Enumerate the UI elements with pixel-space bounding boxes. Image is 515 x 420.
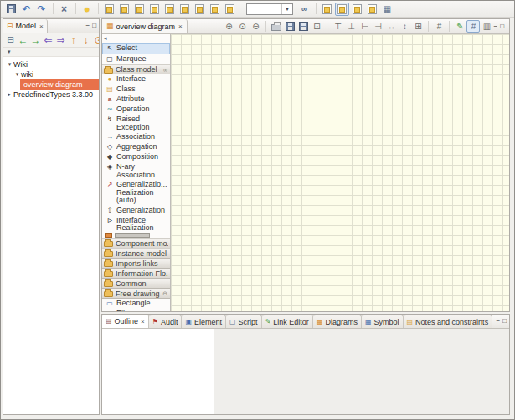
minimize-icon[interactable]: − [85,23,90,29]
palette-tool-class[interactable]: ▤ Class [102,85,170,95]
perspective-button-2[interactable] [335,3,349,16]
palette-tool-association[interactable]: → Association [102,132,170,142]
tab-symbol[interactable]: ▦ Symbol [362,315,404,328]
palette-tool-raised-exception[interactable]: ↯ Raised Exception [102,115,170,132]
tab-model[interactable]: ⊟ Model × [3,19,48,33]
palette-tool-marquee[interactable]: ▢ Marquee [102,54,170,64]
palette-section-class-model[interactable]: Class model ∞ [102,64,170,74]
palette-collapse-icon[interactable]: ◂ [104,35,107,42]
print-button[interactable] [270,20,283,33]
create-diagram-button-5[interactable] [162,3,177,16]
combo-dropdown-icon[interactable]: ▾ [281,4,292,14]
zoom-original-button[interactable]: ⊙ [235,20,249,33]
undo-button[interactable]: ↶ [19,3,33,16]
tab-notes[interactable]: ▤ Notes and constraints [404,315,493,328]
palette-section-common[interactable]: Common [102,279,170,289]
tab-diagrams[interactable]: ▦ Diagrams [313,315,362,328]
collapse-all-button[interactable]: ⊟ [4,34,17,47]
align-right-button[interactable]: ⊣ [371,20,384,33]
palette-tool-rectangle[interactable]: ▭ Rectangle [102,299,170,309]
search-combo[interactable]: ▾ [246,3,293,15]
export-image-button[interactable] [296,20,310,33]
palette-tool-ellipse[interactable]: ○ Ellipse [102,309,170,312]
create-diagram-button-6[interactable] [178,3,192,16]
tip-of-the-day-button[interactable]: ● [80,3,94,16]
palette-tool-aggregation[interactable]: ◇ Aggregation [102,142,170,152]
tree-item-wiki-package[interactable]: ▾ wiki [3,69,99,79]
maximize-icon[interactable]: □ [502,318,507,325]
pin-icon[interactable]: ∞ [163,67,168,73]
close-icon[interactable]: × [178,23,183,30]
tab-element[interactable]: ▣ Element [182,315,226,328]
palette-tool-select[interactable]: ↖ Select [102,43,170,54]
palette-tool-generalization[interactable]: ⇧ Generalization [102,206,170,216]
align-top-button[interactable]: ⊤ [331,20,344,33]
palette-tool-operation[interactable]: ∞ Operation [102,105,170,115]
maximize-icon[interactable]: □ [92,23,96,29]
tab-audit[interactable]: ⚑ Audit [149,315,183,328]
create-diagram-button-8[interactable] [208,3,222,16]
tree-expander-icon[interactable]: ▾ [6,61,13,68]
tree-expander-icon[interactable]: ▾ [13,71,21,78]
perspective-button-3[interactable] [350,3,364,16]
distribute-vertical-button[interactable]: ↕ [398,20,411,33]
create-diagram-button-2[interactable] [117,3,131,16]
diagram-canvas[interactable] [171,34,509,311]
create-diagram-button-4[interactable] [147,3,162,16]
navigate-forward-button[interactable]: → [29,34,42,47]
tab-overview-diagram[interactable]: ▦ overview diagram × [102,19,188,33]
minimize-icon[interactable]: − [496,318,500,325]
palette-section-component-model[interactable]: Component mo... [102,238,170,248]
tree-expander-icon[interactable]: ▸ [6,91,13,98]
pin-icon[interactable]: ⊖ [162,290,168,297]
tree-item-predefinedtypes[interactable]: ▸ PredefinedTypes 3.3.00 [3,90,99,100]
create-diagram-button-9[interactable] [223,3,237,16]
align-left-button[interactable]: ⊢ [358,20,371,33]
related-forward-button[interactable]: ⇒ [54,34,67,47]
outline-thumbnail-area[interactable] [102,329,214,414]
save-image-button[interactable] [283,20,296,33]
save-button[interactable] [4,3,18,16]
perspective-button-4[interactable] [365,3,379,16]
fit-to-window-button[interactable]: ⊡ [310,20,323,33]
create-diagram-button-7[interactable] [193,3,207,16]
same-size-button[interactable]: ⊞ [411,20,425,33]
tab-link-editor[interactable]: ✎ Link Editor [262,315,313,328]
redo-button[interactable]: ↷ [34,3,49,16]
perspective-button-1[interactable] [320,3,334,16]
tree-item-overview-diagram[interactable]: overview diagram [20,79,99,90]
palette-tool-attribute[interactable]: a Attribute [102,95,170,105]
search-button[interactable]: ∞ [297,3,312,16]
zoom-in-button[interactable]: ⊕ [222,20,235,33]
create-diagram-button-1[interactable] [102,3,116,16]
palette-section-imports-links[interactable]: Imports links [102,259,170,269]
move-down-button[interactable]: ↓ [80,34,92,47]
maximize-icon[interactable]: □ [500,23,504,30]
palette-tool-interface[interactable]: ● Interface [102,74,170,85]
close-icon[interactable]: × [141,318,145,325]
perspective-button-5[interactable]: ▦ [380,3,394,16]
minimize-icon[interactable]: − [493,23,497,30]
close-icon[interactable]: × [39,23,44,30]
configuration-button[interactable]: × [57,3,71,16]
view-menu-icon[interactable]: ▾ [8,49,11,55]
palette-section-information-flow[interactable]: Information Flo... [102,269,170,279]
zoom-out-button[interactable]: ⊖ [249,20,262,33]
tree-item-wiki-project[interactable]: ▾ Wiki [3,59,99,69]
related-back-button[interactable]: ⇐ [42,34,54,47]
create-diagram-button-3[interactable] [132,3,147,16]
palette-tool-composition[interactable]: ◆ Composition [102,152,170,162]
tab-script[interactable]: ▢ Script [226,315,262,328]
palette-tool-generalization-realization-auto[interactable]: ↗ Generalizatio... Realization (auto) [102,180,170,206]
page-grid-button[interactable]: # [432,20,445,33]
show-grid-button[interactable]: # [466,20,480,33]
distribute-horizontal-button[interactable]: ↔ [384,20,398,33]
align-bottom-button[interactable]: ⊥ [344,20,358,33]
edit-style-button[interactable]: ✎ [453,20,466,33]
tab-outline[interactable]: ▤ Outline × [102,315,149,328]
palette-section-instance-model[interactable]: Instance model [102,248,170,259]
palette-tool-nary-association[interactable]: ◈ N-ary Association [102,162,170,180]
palette-tool-interface-realization[interactable]: ⊳ Interface Realization [102,216,170,233]
filter-button[interactable]: ⊙ [92,34,99,47]
snap-to-grid-button[interactable]: ▥ [480,20,493,33]
